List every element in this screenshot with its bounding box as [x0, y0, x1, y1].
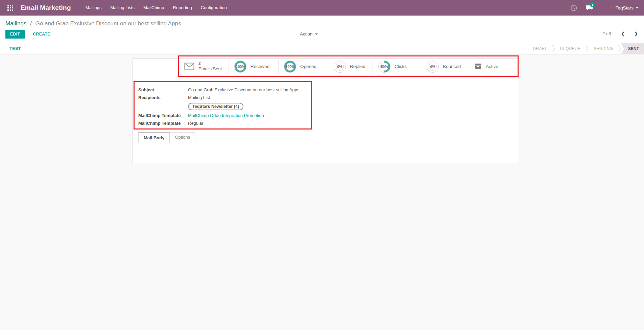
replied-gauge-icon: 0% — [333, 60, 346, 73]
top-navbar: Email Marketing Mailings Mailing Lists M… — [0, 0, 644, 16]
received-gauge-icon: 100% — [234, 60, 247, 73]
edit-button[interactable]: EDIT — [5, 30, 25, 39]
form-fields: Subject Go and Grab Exclusive Discount o… — [138, 87, 314, 128]
stat-button-emails-sent[interactable]: 2 Emails Sent — [178, 59, 229, 74]
breadcrumb-current-title: Go and Grab Exclusive Discount on our be… — [35, 20, 181, 27]
opened-gauge-icon: 100% — [284, 60, 296, 73]
stat-button-active[interactable]: Active — [469, 59, 518, 74]
action-dropdown[interactable]: Action — [300, 31, 318, 37]
user-menu[interactable]: ★ TeqStars — [610, 5, 639, 10]
clicks-percent: 50% — [378, 60, 391, 73]
content-area: 2 Emails Sent 100% Received — [0, 54, 644, 330]
recipients-field-row: Recipients Mailing List — [138, 95, 314, 101]
active-label: Active — [486, 64, 498, 69]
notebook: Mail Body Options — [133, 133, 518, 163]
bounced-percent: 0% — [426, 60, 439, 73]
opened-label: Opened — [300, 64, 316, 69]
breadcrumb: Mailings / Go and Grab Exclusive Discoun… — [5, 20, 181, 27]
subject-field-row: Subject Go and Grab Exclusive Discount o… — [138, 87, 314, 93]
apps-grid-icon[interactable] — [7, 5, 13, 11]
nav-item-mailchimp[interactable]: MailChimp — [139, 0, 168, 16]
pager-next-icon[interactable]: ❯ — [633, 31, 639, 36]
stat-buttons-row: 2 Emails Sent 100% Received — [178, 59, 518, 74]
recipients-label: Recipients — [138, 95, 188, 100]
create-button[interactable]: CREATE — [33, 32, 50, 37]
status-step-sending[interactable]: SENDING — [589, 43, 618, 54]
clicks-label: Clicks — [395, 64, 407, 69]
stat-button-received[interactable]: 100% Received — [229, 59, 278, 74]
status-step-in-queue[interactable]: IN QUEUE — [555, 43, 586, 54]
status-step-sent-active[interactable]: SENT — [621, 43, 644, 54]
stat-button-bounced[interactable]: 0% Bounced — [421, 59, 469, 74]
activities-clock-icon[interactable] — [571, 5, 577, 11]
pager: 2 / 3 ❮ ❯ — [602, 31, 639, 36]
stat-button-opened[interactable]: 100% Opened — [278, 59, 328, 74]
emails-sent-value: 2 — [198, 61, 222, 66]
nav-item-mailings[interactable]: Mailings — [81, 0, 106, 16]
tab-mail-body[interactable]: Mail Body — [138, 133, 170, 143]
navbar-right: 1 ★ TeqStars — [562, 5, 639, 11]
control-panel-buttons: EDIT CREATE — [5, 30, 50, 39]
chevron-down-icon — [636, 7, 639, 8]
opened-percent: 100% — [284, 60, 296, 73]
form-sheet: 2 Emails Sent 100% Received — [133, 58, 518, 163]
received-percent: 100% — [234, 60, 247, 73]
envelope-icon — [184, 63, 194, 70]
breadcrumb-separator: / — [30, 20, 32, 27]
chevron-right-icon — [586, 43, 589, 54]
company-logo-icon: ★ — [610, 5, 613, 10]
bounced-label: Bounced — [443, 64, 461, 69]
app-title[interactable]: Email Marketing — [21, 4, 71, 11]
pager-value[interactable]: 2 / 3 — [602, 31, 611, 36]
mailchimp-template-field-row: MailChimp Template MailChimp Odoo Integr… — [138, 113, 314, 119]
stat-button-replied[interactable]: 0% Replied — [328, 59, 373, 74]
form-statusbar: TEST DRAFT IN QUEUE SENDING SENT — [0, 43, 644, 54]
replied-percent: 0% — [333, 60, 346, 73]
stat-button-clicks[interactable]: 50% Clicks — [373, 59, 421, 74]
tab-bar: Mail Body Options — [133, 133, 518, 143]
email-marketing-page: Email Marketing Mailings Mailing Lists M… — [0, 0, 644, 330]
chevron-down-icon — [315, 33, 318, 35]
emails-sent-label: Emails Sent — [198, 66, 222, 72]
control-panel: Mailings / Go and Grab Exclusive Discoun… — [0, 16, 644, 43]
messages-count-badge: 1 — [590, 2, 595, 7]
replied-label: Replied — [350, 64, 365, 69]
tab-options[interactable]: Options — [170, 132, 195, 143]
mailchimp-template-type-value: Regular — [188, 121, 204, 126]
test-button[interactable]: TEST — [9, 43, 21, 54]
archive-icon — [474, 63, 482, 70]
messages-icon[interactable]: 1 — [586, 5, 593, 11]
mailing-list-tag-row: TeqStars Newsletter (4) — [138, 103, 314, 110]
subject-value: Go and Grab Exclusive Discount on our be… — [188, 87, 300, 92]
mailchimp-template-type-label: MailChimp Template — [138, 121, 188, 126]
mail-body-pane — [133, 143, 518, 163]
mailchimp-template-type-row: MailChimp Template Regular — [138, 121, 314, 126]
nav-item-mailing-lists[interactable]: Mailing Lists — [106, 0, 139, 16]
recipients-value: Mailing List — [188, 95, 210, 100]
chevron-right-icon — [618, 43, 621, 54]
chevron-right-icon — [552, 43, 555, 54]
subject-label: Subject — [138, 87, 188, 92]
status-steps: DRAFT IN QUEUE SENDING SENT — [528, 43, 644, 54]
nav-item-reporting[interactable]: Reporting — [168, 0, 196, 16]
status-step-draft[interactable]: DRAFT — [528, 43, 552, 54]
mailchimp-template-link[interactable]: MailChimp Odoo Integration Promotion — [188, 113, 264, 118]
action-dropdown-label: Action — [300, 31, 313, 37]
pager-previous-icon[interactable]: ❮ — [620, 31, 626, 36]
nav-item-configuration[interactable]: Configuration — [196, 0, 231, 16]
breadcrumb-mailings-link[interactable]: Mailings — [5, 20, 26, 27]
mailing-list-tag: TeqStars Newsletter (4) — [188, 103, 243, 110]
received-label: Received — [251, 64, 269, 69]
user-name: TeqStars — [616, 5, 634, 10]
bounced-gauge-icon: 0% — [426, 60, 439, 73]
mailchimp-template-label: MailChimp Template — [138, 113, 188, 118]
clicks-gauge-icon: 50% — [378, 60, 391, 73]
